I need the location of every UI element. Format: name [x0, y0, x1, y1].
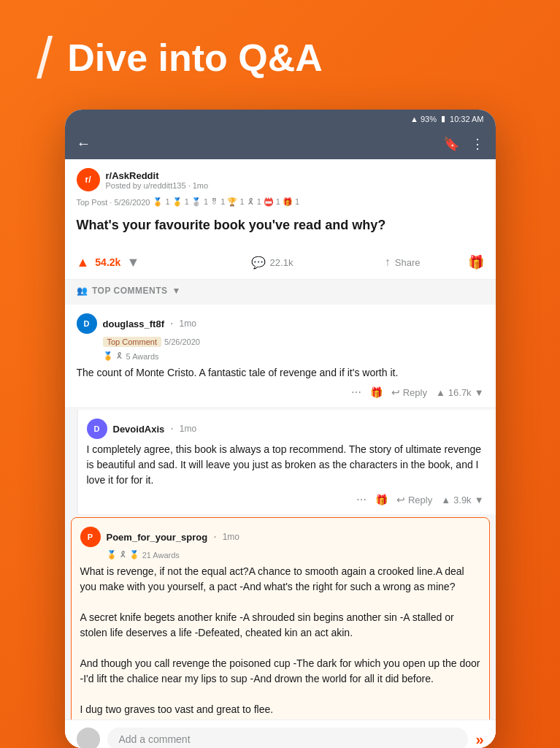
top-post-label: Top Post · 5/26/2020: [77, 198, 150, 207]
comment-awards-1: 🏅 🎗 5 Awards: [103, 351, 484, 361]
upvote-button[interactable]: ▲: [77, 255, 90, 270]
comment-votes-2: 3.9k: [453, 495, 472, 505]
reply-button-1[interactable]: ↩ Reply: [391, 386, 427, 398]
subreddit-name[interactable]: r/AskReddit: [106, 170, 209, 181]
downvote-comment-2[interactable]: ▼: [475, 495, 484, 505]
comments-button[interactable]: 💬 22.1k: [207, 256, 337, 270]
sort-chevron[interactable]: ▼: [172, 286, 181, 296]
comment-devoidaxis: D DevoidAxis · 1mo I completely agree, t…: [77, 410, 496, 514]
comment-header-2: D DevoidAxis · 1mo: [87, 419, 484, 439]
save-comment-icon-2[interactable]: 🎁: [375, 494, 388, 505]
comment-awards-3: 🏅 🎗 🥇 21 Awards: [107, 550, 480, 560]
user-avatar: [77, 728, 100, 748]
username-devoidaxis[interactable]: DevoidAxis: [113, 424, 165, 435]
comment-douglass: D douglass_ft8f · 1mo Top Comment 5/26/2…: [65, 305, 496, 407]
awards-row: Top Post · 5/26/2020 🏅 1 🥇 1 🥈 1 🎖 1 🏆 1…: [77, 193, 484, 211]
more-icon[interactable]: ⋮: [471, 136, 484, 152]
downvote-button[interactable]: ▼: [126, 255, 139, 270]
comment-icon: 💬: [251, 256, 266, 270]
expand-icon[interactable]: »: [475, 731, 483, 748]
time-display: 10:32 AM: [450, 115, 483, 123]
comments-header: 👥 TOP COMMENTS ▼: [65, 280, 496, 302]
reply-label-2: Reply: [408, 495, 432, 505]
upvote-comment-2[interactable]: ▲: [441, 495, 450, 505]
more-comment-icon-1[interactable]: ⋯: [351, 386, 361, 398]
comment-header-3: P Poem_for_your_sprog · 1mo: [80, 527, 480, 547]
comment-poem: P Poem_for_your_sprog · 1mo 🏅 🎗 🥇 21 Awa…: [71, 517, 490, 748]
more-comment-icon-2[interactable]: ⋯: [356, 494, 367, 505]
add-comment-bar: Add a comment »: [65, 720, 496, 748]
action-bar: ▲ 54.2k ▼ 💬 22.1k ↑ Share 🎁: [65, 248, 496, 280]
post-title: What's your favourite book you've read a…: [77, 217, 484, 234]
back-button[interactable]: ←: [77, 135, 91, 152]
battery-icon: ▮: [441, 114, 445, 123]
subreddit-avatar: r/: [77, 168, 100, 191]
sort-icon: 👥: [77, 286, 88, 296]
award-icons: 🏅 1 🥇 1 🥈 1 🎖 1 🏆 1 🎗 1 📛 1 🎁 1: [153, 197, 299, 207]
comment-time-2: 1mo: [180, 424, 196, 434]
comment-header-1: D douglass_ft8f · 1mo: [77, 313, 484, 334]
comment-actions-2: ⋯ 🎁 ↩ Reply ▲ 3.9k ▼: [87, 494, 484, 505]
vote-area-2: ▲ 3.9k ▼: [441, 495, 483, 505]
signal-icon: ▲ 93%: [410, 115, 437, 123]
subreddit-line: r/ r/AskReddit Posted by u/redditt135 · …: [77, 168, 484, 191]
username-douglass[interactable]: douglass_ft8f: [103, 318, 165, 329]
slash-icon: /: [37, 29, 53, 88]
share-button[interactable]: ↑ Share: [337, 256, 468, 269]
hero-title: Dive into Q&A: [67, 37, 323, 79]
bookmark-icon[interactable]: 🔖: [443, 136, 459, 152]
content-area: r/ r/AskReddit Posted by u/redditt135 · …: [65, 159, 496, 748]
upvote-comment-1[interactable]: ▲: [436, 387, 445, 398]
phone-mockup: ▲ 93% ▮ 10:32 AM ← 🔖 ⋮ r/ r/AskReddit Po…: [65, 110, 496, 748]
nav-actions: 🔖 ⋮: [443, 136, 484, 152]
avatar-douglass: D: [77, 313, 97, 334]
hero-header: / Dive into Q&A: [0, 0, 560, 102]
add-comment-input[interactable]: Add a comment: [107, 728, 469, 748]
post-meta: Posted by u/redditt135 · 1mo: [106, 181, 209, 190]
reply-arrow-1: ↩: [391, 386, 400, 398]
save-button[interactable]: 🎁: [468, 254, 484, 270]
upvote-count: 54.2k: [95, 256, 120, 268]
comment-actions-1: ⋯ 🎁 ↩ Reply ▲ 16.7k ▼: [77, 386, 484, 398]
comment-time-3: 1mo: [223, 532, 239, 542]
avatar-poem: P: [80, 527, 101, 547]
vote-section: ▲ 54.2k ▼: [77, 255, 207, 270]
post-header: r/ r/AskReddit Posted by u/redditt135 · …: [65, 159, 496, 248]
subreddit-info: r/AskReddit Posted by u/redditt135 · 1mo: [106, 170, 209, 190]
comment-flair-1: Top Comment 5/26/2020: [103, 337, 484, 347]
comment-votes-1: 16.7k: [448, 387, 472, 398]
comment-body-2: I completely agree, this book is always …: [87, 442, 484, 488]
comment-body-1: The count of Monte Cristo. A fantastic t…: [77, 365, 484, 381]
reply-button-2[interactable]: ↩ Reply: [396, 494, 432, 505]
comments-count: 22.1k: [270, 257, 294, 268]
share-icon: ↑: [385, 256, 391, 269]
vote-area-1: ▲ 16.7k ▼: [436, 387, 484, 398]
save-comment-icon-1[interactable]: 🎁: [370, 386, 383, 398]
share-label: Share: [395, 257, 421, 268]
reply-arrow-2: ↩: [396, 494, 405, 505]
nav-bar: ← 🔖 ⋮: [65, 128, 496, 159]
status-bar: ▲ 93% ▮ 10:32 AM: [65, 110, 496, 128]
comments-header-label: TOP COMMENTS: [92, 286, 168, 296]
username-poem[interactable]: Poem_for_your_sprog: [107, 532, 208, 543]
comment-time-1: 1mo: [179, 318, 196, 329]
avatar-devoidaxis: D: [87, 419, 107, 439]
downvote-comment-1[interactable]: ▼: [475, 387, 484, 398]
reply-label-1: Reply: [403, 387, 427, 398]
